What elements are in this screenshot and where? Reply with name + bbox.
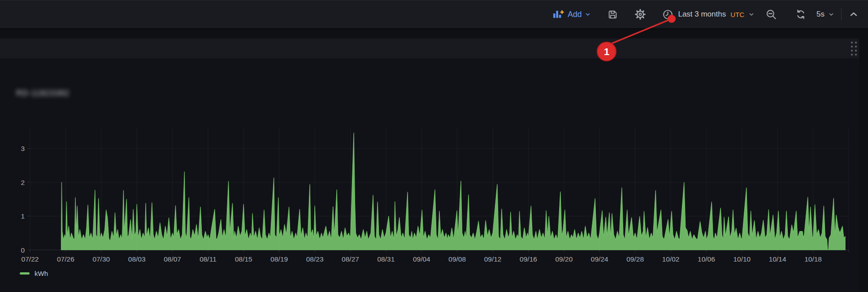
refresh-interval-dropdown[interactable]: 5s [816, 10, 834, 19]
y-tick-label: 0 [21, 246, 25, 254]
panel-header-band [0, 39, 859, 58]
save-icon [607, 9, 618, 20]
zoom-out-time-button[interactable] [765, 9, 777, 20]
dashboard-toolbar: Add [552, 0, 859, 28]
bar-chart-plus-icon [552, 9, 564, 20]
x-tick-label: 09/16 [520, 255, 537, 263]
x-tick-label: 08/11 [200, 255, 217, 263]
legend-item-kwh[interactable]: kWh [20, 270, 48, 277]
dashboard-top-nav: Add [0, 0, 868, 28]
legend-swatch [20, 272, 30, 275]
x-tick-label: 08/23 [306, 255, 324, 263]
x-tick-label: 07/30 [92, 255, 110, 263]
time-range-picker[interactable]: Last 3 months UTC [662, 9, 755, 20]
chevron-up-icon [848, 9, 859, 20]
x-tick-label: 07/26 [57, 255, 74, 263]
x-tick-label: 08/15 [235, 255, 252, 263]
x-tick-label: 08/19 [270, 255, 288, 263]
clock-icon [662, 9, 673, 20]
dashboard-settings-button[interactable] [634, 9, 646, 20]
x-tick-label: 10/14 [769, 255, 786, 263]
y-tick-label: 3 [21, 145, 25, 152]
zoom-out-icon [765, 9, 777, 20]
x-tick-label: 07/22 [22, 255, 39, 263]
legend-series-label: kWh [35, 270, 48, 277]
save-dashboard-button[interactable] [607, 9, 618, 20]
x-tick-label: 09/04 [413, 255, 430, 263]
add-button-label: Add [568, 10, 582, 19]
x-tick-label: 08/27 [342, 255, 359, 263]
y-tick-label: 1 [21, 212, 25, 220]
panel-drag-handle-icon[interactable] [851, 42, 857, 56]
x-tick-label: 08/07 [164, 255, 181, 263]
time-range-label: Last 3 months [678, 10, 726, 19]
chevron-down-icon [828, 11, 834, 17]
x-tick-label: 08/31 [378, 255, 395, 263]
x-tick-label: 10/18 [804, 255, 822, 263]
timezone-label: UTC [730, 11, 744, 18]
x-tick-label: 10/02 [662, 255, 680, 263]
refresh-dashboard-button[interactable] [795, 9, 807, 20]
add-panel-button[interactable]: Add [552, 9, 591, 20]
collapse-header-button[interactable] [848, 9, 859, 20]
chevron-down-icon [748, 11, 755, 17]
x-tick-label: 09/20 [555, 255, 573, 263]
x-tick-label: 09/28 [626, 255, 644, 263]
x-tick-label: 09/12 [484, 255, 502, 263]
kwh-chart[interactable]: 012307/2207/2607/3008/0308/0708/1108/150… [0, 58, 859, 292]
x-tick-label: 09/08 [448, 255, 466, 263]
x-tick-label: 10/06 [698, 255, 715, 263]
series-area-kwh [61, 133, 846, 250]
toolbar-divider [841, 9, 842, 20]
timeseries-panel: 012307/2207/2607/3008/0308/0708/1108/150… [0, 58, 859, 292]
chevron-down-icon [585, 11, 591, 17]
x-tick-label: 08/03 [128, 255, 146, 263]
gear-icon [634, 9, 646, 20]
refresh-interval-label: 5s [816, 10, 825, 19]
x-tick-label: 09/24 [591, 255, 608, 263]
panel-title-redacted: RD-11823382 [16, 89, 69, 98]
refresh-icon [795, 9, 807, 20]
x-tick-label: 10/10 [733, 255, 751, 263]
y-tick-label: 2 [21, 179, 25, 186]
